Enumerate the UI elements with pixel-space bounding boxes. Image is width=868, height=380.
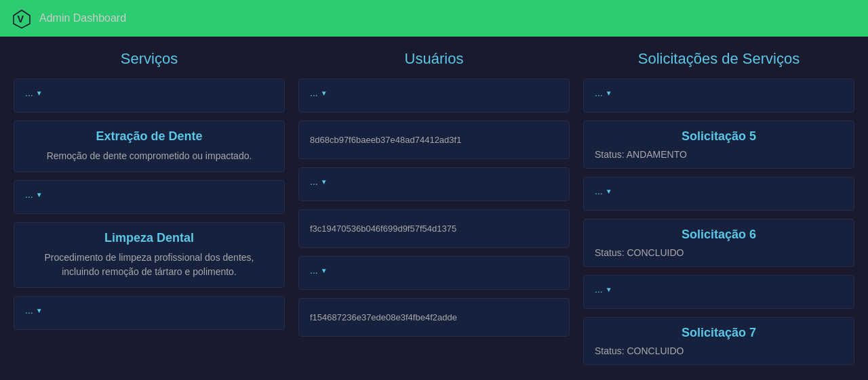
users-card-3-id: f154687236e37ede08e3f4fbe4f2adde — [310, 307, 558, 328]
services-column: Serviços ... ▼ Extração de Dente Remoção… — [14, 50, 285, 373]
users-card-2-menu-card: ... ▼ — [298, 167, 570, 201]
users-card-2-arrow-icon: ▼ — [321, 178, 328, 186]
requests-card-1-status: Status: ANDAMENTO — [595, 149, 843, 160]
users-card-1-dots[interactable]: ... — [310, 87, 318, 98]
services-card-1: Extração de Dente Remoção de dente compr… — [14, 121, 285, 172]
services-card-2-dots[interactable]: ... — [25, 189, 33, 200]
app-title: Admin Dashboard — [39, 12, 126, 24]
requests-card-3-status-value: CONCLUIDO — [627, 345, 684, 356]
requests-card-2-menu[interactable]: ... ▼ — [595, 186, 843, 196]
users-card-2: f3c19470536b046f699d9f57f54d1375 — [298, 209, 570, 248]
requests-card-2-dots[interactable]: ... — [595, 186, 603, 196]
users-card-1-menu-card: ... ▼ — [298, 79, 570, 112]
requests-card-2-status-value: CONCLUIDO — [627, 247, 684, 258]
services-card-3-menu[interactable]: ... ▼ — [25, 305, 273, 316]
services-card-2-menu-card: ... ▼ — [14, 180, 285, 214]
requests-card-1-arrow-icon: ▼ — [606, 89, 612, 97]
app-header: V Admin Dashboard — [0, 0, 868, 37]
requests-card-1-dots[interactable]: ... — [595, 87, 603, 98]
requests-card-1-title: Solicitação 5 — [595, 129, 843, 144]
services-card-1-arrow-icon: ▼ — [36, 89, 43, 97]
main-content: Serviços ... ▼ Extração de Dente Remoção… — [0, 37, 868, 380]
services-card-1-dots[interactable]: ... — [25, 87, 33, 98]
requests-card-3-title: Solicitação 7 — [595, 326, 843, 340]
requests-card-2-status-label: Status: — [595, 247, 625, 258]
requests-card-3-arrow-icon: ▼ — [606, 286, 612, 293]
svg-text:V: V — [18, 14, 24, 24]
services-card-1-title: Extração de Dente — [25, 129, 273, 144]
app-logo-icon: V — [11, 7, 33, 29]
requests-card-3-status-label: Status: — [595, 345, 625, 356]
users-card-2-menu[interactable]: ... ▼ — [310, 176, 558, 187]
requests-card-1-status-label: Status: — [595, 149, 625, 160]
requests-card-3-dots[interactable]: ... — [595, 284, 603, 295]
users-card-2-dots[interactable]: ... — [310, 176, 318, 187]
users-card-1: 8d68cb97f6baeeb37e48ad74412ad3f1 — [298, 121, 570, 159]
users-card-3: f154687236e37ede08e3f4fbe4f2adde — [298, 298, 570, 337]
users-card-1-arrow-icon: ▼ — [321, 89, 328, 97]
requests-card-2-status: Status: CONCLUIDO — [595, 247, 843, 258]
requests-card-3: Solicitação 7 Status: CONCLUIDO — [583, 317, 854, 365]
requests-card-3-menu[interactable]: ... ▼ — [595, 284, 843, 295]
services-card-2: Limpeza Dental Procedimento de limpeza p… — [14, 222, 285, 288]
requests-column: Solicitações de Serviços ... ▼ Solicitaç… — [583, 50, 854, 373]
users-card-2-id: f3c19470536b046f699d9f57f54d1375 — [310, 218, 558, 239]
requests-card-2-menu-card: ... ▼ — [583, 177, 854, 211]
services-card-1-menu[interactable]: ... ▼ — [25, 87, 273, 98]
services-card-2-menu[interactable]: ... ▼ — [25, 189, 273, 200]
requests-card-2-title: Solicitação 6 — [595, 228, 843, 242]
users-column: Usuários ... ▼ 8d68cb97f6baeeb37e48ad744… — [298, 50, 570, 373]
users-card-3-menu-card: ... ▼ — [298, 256, 570, 290]
requests-card-1-menu[interactable]: ... ▼ — [595, 87, 843, 98]
services-card-2-description: Procedimento de limpeza profissional dos… — [25, 251, 273, 279]
requests-card-1-status-value: ANDAMENTO — [627, 149, 687, 160]
requests-card-2: Solicitação 6 Status: CONCLUIDO — [583, 219, 854, 267]
users-card-1-id: 8d68cb97f6baeeb37e48ad74412ad3f1 — [310, 129, 558, 150]
services-card-3-dots[interactable]: ... — [25, 305, 33, 316]
users-card-3-dots[interactable]: ... — [310, 265, 318, 276]
requests-card-3-status: Status: CONCLUIDO — [595, 345, 843, 356]
users-card-3-arrow-icon: ▼ — [321, 267, 328, 274]
requests-card-3-menu-card: ... ▼ — [583, 275, 854, 309]
requests-card-1-menu-card: ... ▼ — [583, 79, 854, 112]
services-card-menu-top: ... ▼ — [14, 79, 285, 112]
requests-card-2-arrow-icon: ▼ — [606, 188, 612, 195]
services-card-3-arrow-icon: ▼ — [36, 307, 43, 314]
services-card-1-description: Remoção de dente comprometido ou impacta… — [25, 149, 273, 163]
services-card-2-arrow-icon: ▼ — [36, 191, 43, 198]
users-column-title: Usuários — [298, 50, 570, 68]
services-card-3-menu-card: ... ▼ — [14, 296, 285, 330]
users-card-1-menu[interactable]: ... ▼ — [310, 87, 558, 98]
services-card-2-title: Limpeza Dental — [25, 231, 273, 245]
requests-card-1: Solicitação 5 Status: ANDAMENTO — [583, 121, 854, 169]
users-card-3-menu[interactable]: ... ▼ — [310, 265, 558, 276]
services-column-title: Serviços — [14, 50, 285, 68]
requests-column-title: Solicitações de Serviços — [583, 50, 854, 68]
